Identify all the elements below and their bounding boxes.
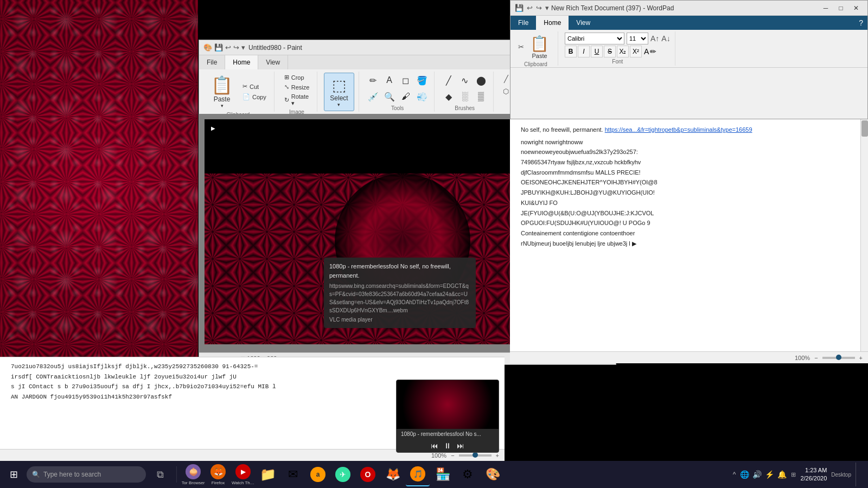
taskbar-app-explorer[interactable]: 📁	[256, 463, 280, 486]
taskbar-taskview[interactable]: ⧉	[148, 463, 172, 486]
font-color-icon[interactable]: A	[644, 47, 649, 56]
app-extra-icon: ⚙	[462, 467, 473, 481]
taskbar-app-amazon[interactable]: a	[306, 463, 330, 486]
brush3-btn[interactable]: ⬤	[474, 73, 489, 88]
action-center-icon[interactable]: ⊞	[791, 471, 796, 478]
clock[interactable]: 1:23 AM 2/26/2020	[800, 466, 827, 483]
wp-para1: No self, no freewill, permanent. https:/…	[521, 125, 850, 135]
start-button[interactable]: ⊞	[3, 464, 24, 485]
underline-button[interactable]: U	[591, 46, 603, 57]
wordpad-bg-size-select[interactable]: 11	[627, 33, 648, 44]
wordpad-bg-qat: 💾 ↩ ↪ ▾	[515, 4, 549, 12]
paint-select-btn[interactable]: ⬚ Select ▾	[324, 73, 354, 111]
paint-home-tab[interactable]: Home	[225, 55, 258, 69]
vlc-play-btn[interactable]: ⏸	[444, 441, 451, 450]
italic-button[interactable]: I	[578, 46, 590, 57]
wp-zoom-out-icon[interactable]: −	[814, 355, 818, 361]
taskbar-app-firefox2[interactable]: 🦊	[381, 463, 405, 486]
paint-redo-btn[interactable]: ↪	[233, 43, 239, 52]
wp-line-9: Conteainement contentigione contoenthoer	[521, 228, 850, 239]
wordpad-bg-help[interactable]: ?	[859, 18, 863, 27]
bottom-zoom-in-icon[interactable]: +	[496, 452, 499, 459]
taskbar-app-opera[interactable]: O	[356, 463, 380, 486]
pencil-tool[interactable]: ✏	[366, 73, 381, 88]
paint-paste-btn[interactable]: 📋 Paste ▾	[207, 73, 237, 111]
paint-resize-btn[interactable]: ⤡ Resize	[281, 82, 313, 92]
firefox-icon: 🦊	[210, 464, 226, 479]
wp-save-icon[interactable]: 💾	[515, 4, 524, 12]
paint-cut-btn[interactable]: ✂ Cut	[239, 82, 270, 91]
scrollbar-thumb[interactable]	[861, 120, 868, 137]
wordpad-bg-view-tab[interactable]: View	[569, 16, 598, 30]
wp-font-shrink-icon[interactable]: A↓	[661, 34, 670, 43]
paint-undo-btn[interactable]: ↩	[225, 43, 231, 52]
taskbar-app-mail[interactable]: ✉	[281, 463, 305, 486]
network-tray-icon[interactable]: 🌐	[740, 470, 749, 479]
paint-copy-btn[interactable]: 📄 Copy	[239, 92, 270, 101]
taskbar-app-vlc[interactable]: 🎵	[406, 463, 430, 486]
zoom-tool[interactable]: 🔍	[382, 89, 397, 104]
wordpad-main-scrollbar[interactable]	[860, 119, 868, 363]
battery-tray-icon[interactable]: ⚡	[765, 470, 774, 479]
highlight-icon[interactable]: ✏	[650, 47, 656, 56]
wordpad-bg-paste-btn[interactable]: 📋 Paste	[526, 33, 553, 61]
wordpad-bg-minimize[interactable]: ─	[819, 3, 833, 14]
volume-tray-icon[interactable]: 🔊	[752, 470, 762, 479]
wp-customize-icon[interactable]: ▾	[545, 4, 549, 12]
bold-button[interactable]: B	[565, 46, 577, 57]
notification-tray-icon[interactable]: 🔔	[777, 470, 787, 479]
video-play-btn[interactable]: ▶	[208, 123, 219, 133]
taskbar-app-tor[interactable]: 🧅 Tor Browser	[181, 463, 205, 486]
bucket-tool[interactable]: 🪣	[414, 73, 430, 88]
taskbar-app-store[interactable]: 🏪	[431, 463, 455, 486]
strikethrough-button[interactable]: S	[604, 46, 616, 57]
brush1-btn[interactable]: ╱	[441, 73, 456, 88]
paint-save-btn[interactable]: 💾	[214, 43, 223, 52]
tray-icons: 🌐 🔊 ⚡ 🔔	[740, 470, 787, 479]
wp-zoom-in-icon[interactable]: +	[859, 355, 863, 361]
superscript-button[interactable]: X²	[630, 46, 642, 57]
tray-overflow-btn[interactable]: ^	[733, 471, 736, 478]
paint-rotate-btn[interactable]: ↻ Rotate ▾	[281, 92, 313, 108]
bottom-zoom-out-icon[interactable]: −	[451, 452, 454, 459]
wp-zoom-percent: 100%	[795, 355, 810, 361]
subscript-button[interactable]: X₂	[617, 46, 629, 57]
wp-font-grow-icon[interactable]: A↑	[650, 34, 659, 43]
select-dropdown-icon: ▾	[337, 102, 340, 107]
wordpad-bg-close[interactable]: ✕	[849, 3, 863, 14]
spray-tool[interactable]: 💨	[414, 89, 430, 104]
brush-tool[interactable]: 🖌	[398, 89, 413, 104]
eyedropper-tool[interactable]: 💉	[366, 89, 381, 104]
brush2-btn[interactable]: ∿	[457, 73, 473, 88]
wordpad-main-doc-content: No self, no freewill, permanent. https:/…	[510, 119, 860, 363]
wordpad-bg-home-tab[interactable]: Home	[536, 16, 569, 30]
brush5-btn[interactable]: ░	[457, 89, 473, 104]
taskbar-app-extra[interactable]: ⚙	[456, 463, 480, 486]
vlc-next-btn[interactable]: ⏭	[457, 441, 464, 450]
paint-customize-btn[interactable]: ▾	[241, 43, 245, 52]
wp-zoom-slider[interactable]	[822, 357, 855, 359]
show-desktop-btn[interactable]	[856, 463, 860, 486]
taskbar-app-firefox[interactable]: 🦊 Firefox	[206, 463, 230, 486]
bottom-zoom-slider[interactable]	[459, 454, 492, 457]
paint-view-tab[interactable]: View	[258, 55, 288, 69]
wp-link[interactable]: https://sea...&fr=tightropetb&p=sublimin…	[605, 126, 752, 133]
brush6-btn[interactable]: ▒	[474, 89, 489, 104]
search-bar[interactable]: 🔍 Type here to search	[27, 466, 146, 483]
wp-undo-icon[interactable]: ↩	[527, 4, 533, 12]
desktop-btn[interactable]: Desktop	[831, 472, 851, 478]
wp-redo-icon[interactable]: ↪	[536, 4, 542, 12]
brush4-btn[interactable]: ◆	[441, 89, 456, 104]
text-tool[interactable]: A	[382, 73, 397, 88]
paint-brushes-group: ╱ ∿ ⬤ ◆ ░ ▒ Brushes	[437, 72, 494, 112]
taskbar-app-tripadvisor[interactable]: ✈	[331, 463, 355, 486]
taskbar-app-redpill[interactable]: ▶ Watch The Red Pill 20...	[231, 463, 255, 486]
wordpad-bg-font-select[interactable]: Calibri	[565, 33, 624, 44]
paint-file-tab[interactable]: File	[199, 55, 225, 69]
taskbar-app-paint[interactable]: 🎨	[481, 463, 505, 486]
vlc-prev-btn[interactable]: ⏮	[431, 441, 438, 450]
eraser-tool[interactable]: ◻	[398, 73, 413, 88]
paint-crop-btn[interactable]: ⊞ Crop	[281, 73, 308, 82]
wordpad-bg-maximize[interactable]: □	[834, 3, 848, 14]
wordpad-bg-file-tab[interactable]: File	[510, 16, 536, 30]
